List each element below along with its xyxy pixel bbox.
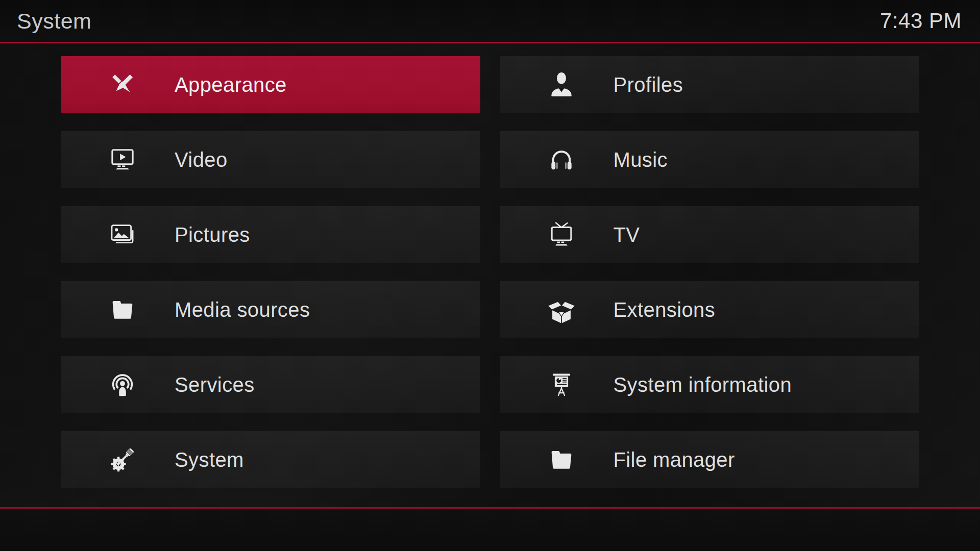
- page-title: System: [17, 9, 91, 34]
- menu-item-label: Media sources: [175, 298, 310, 321]
- menu-item-pictures[interactable]: Pictures: [61, 206, 480, 263]
- menu-item-profiles[interactable]: Profiles: [500, 56, 919, 113]
- clock: 7:43 PM: [880, 9, 962, 33]
- settings-menu: Appearance Video Pictures Media sources …: [61, 56, 919, 488]
- menu-item-label: Pictures: [175, 223, 250, 246]
- folder-icon: [108, 295, 137, 324]
- pictures-icon: [108, 220, 137, 249]
- menu-item-system[interactable]: System: [61, 431, 480, 488]
- menu-item-label: TV: [614, 223, 640, 246]
- menu-item-music[interactable]: Music: [500, 131, 919, 188]
- menu-item-label: System information: [614, 373, 792, 396]
- kodi-system-settings-screen: System 7:43 PM Appearance Video Pictures…: [0, 0, 980, 551]
- menu-item-label: Profiles: [614, 73, 683, 96]
- menu-column-left: Appearance Video Pictures Media sources …: [61, 56, 480, 488]
- menu-item-label: Music: [614, 148, 668, 171]
- folder-icon: [547, 445, 576, 474]
- menu-item-label: System: [175, 448, 244, 471]
- menu-item-label: Video: [175, 148, 228, 171]
- menu-column-right: Profiles Music TV Extensions: [500, 56, 919, 488]
- menu-item-tv[interactable]: TV: [500, 206, 919, 263]
- header-divider: [0, 42, 980, 43]
- header: System 7:43 PM: [0, 0, 980, 42]
- appearance-icon: [108, 70, 137, 99]
- profiles-icon: [547, 70, 576, 99]
- services-icon: [108, 370, 137, 399]
- menu-item-services[interactable]: Services: [61, 356, 480, 413]
- music-icon: [547, 145, 576, 174]
- menu-item-label: Services: [175, 373, 255, 396]
- menu-item-label: File manager: [614, 448, 735, 471]
- system-icon: [108, 445, 137, 474]
- menu-item-video[interactable]: Video: [61, 131, 480, 188]
- footer: [0, 509, 980, 551]
- tv-icon: [547, 220, 576, 249]
- menu-item-label: Appearance: [175, 73, 287, 96]
- menu-item-extensions[interactable]: Extensions: [500, 281, 919, 338]
- menu-item-system-information[interactable]: System information: [500, 356, 919, 413]
- menu-item-media-sources[interactable]: Media sources: [61, 281, 480, 338]
- sysinfo-icon: [547, 370, 576, 399]
- menu-item-label: Extensions: [614, 298, 716, 321]
- video-icon: [108, 145, 137, 174]
- menu-item-file-manager[interactable]: File manager: [500, 431, 919, 488]
- extensions-icon: [547, 295, 576, 324]
- menu-item-appearance[interactable]: Appearance: [61, 56, 480, 113]
